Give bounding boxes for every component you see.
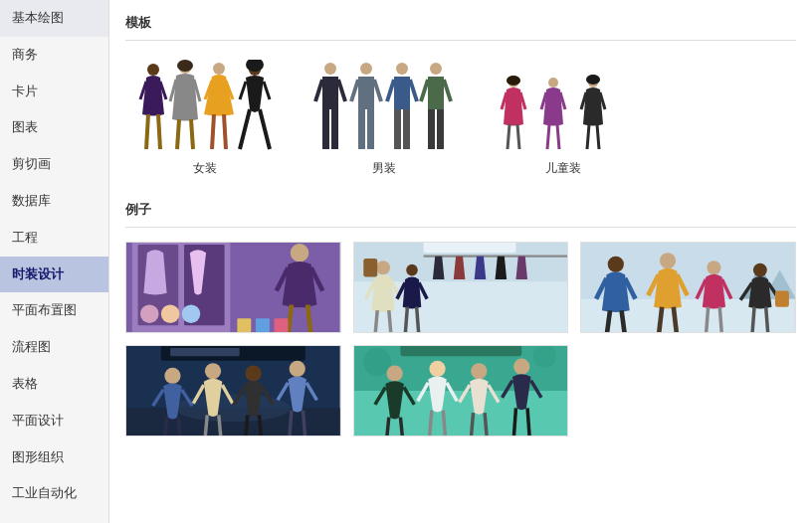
svg-line-163 xyxy=(527,408,529,436)
svg-rect-22 xyxy=(331,109,338,149)
svg-rect-112 xyxy=(775,290,789,306)
sidebar-item-table[interactable]: 表格 xyxy=(0,366,108,403)
example-1[interactable] xyxy=(125,242,341,333)
svg-point-149 xyxy=(429,361,445,377)
svg-line-24 xyxy=(338,80,345,101)
sidebar-item-fashion[interactable]: 时装设计 xyxy=(0,257,108,293)
svg-point-30 xyxy=(396,63,408,75)
examples-grid xyxy=(125,242,796,436)
template-men[interactable]: 男装 xyxy=(304,55,464,177)
svg-line-15 xyxy=(224,114,226,149)
svg-line-122 xyxy=(178,418,180,436)
sidebar-item-industrial[interactable]: 工业自动化 xyxy=(0,475,108,512)
sidebar-item-database[interactable]: 数据库 xyxy=(0,183,108,220)
main-content: 模板 xyxy=(109,0,812,523)
svg-line-136 xyxy=(290,411,292,436)
svg-rect-70 xyxy=(256,318,270,332)
svg-line-127 xyxy=(219,415,221,436)
svg-line-19 xyxy=(264,82,270,99)
sidebar-item-business[interactable]: 商务 xyxy=(0,37,108,74)
svg-line-79 xyxy=(388,310,390,332)
svg-line-38 xyxy=(421,80,428,101)
svg-rect-85 xyxy=(363,259,377,277)
svg-line-33 xyxy=(387,80,394,101)
example-5[interactable] xyxy=(353,345,569,436)
sidebar-item-floorplan[interactable]: 平面布置图 xyxy=(0,292,108,329)
svg-line-132 xyxy=(259,415,261,436)
template-women[interactable]: 女装 xyxy=(125,55,285,177)
svg-point-92 xyxy=(608,257,624,272)
svg-rect-27 xyxy=(367,109,374,149)
sidebar-item-flatdesign[interactable]: 平面设计 xyxy=(0,403,108,439)
svg-line-29 xyxy=(374,80,381,101)
example-4[interactable] xyxy=(125,345,341,436)
svg-rect-21 xyxy=(322,109,329,149)
example-3[interactable] xyxy=(580,242,796,333)
sidebar: 基本绘图 商务 卡片 图表 剪切画 数据库 工程 时装设计 平面布置图 流程图 … xyxy=(0,0,109,523)
svg-line-14 xyxy=(212,114,214,149)
svg-rect-71 xyxy=(275,318,289,332)
svg-line-148 xyxy=(400,418,402,436)
template-children-label: 儿童装 xyxy=(545,160,581,177)
sidebar-item-infographic[interactable]: 信息图 xyxy=(0,512,108,523)
svg-rect-37 xyxy=(437,109,444,149)
svg-line-147 xyxy=(386,418,388,436)
svg-point-17 xyxy=(246,60,264,72)
svg-rect-36 xyxy=(428,109,435,149)
example-2[interactable] xyxy=(353,242,569,333)
svg-point-102 xyxy=(708,261,721,274)
svg-rect-86 xyxy=(423,243,515,253)
svg-line-162 xyxy=(513,408,515,436)
svg-point-41 xyxy=(507,76,520,86)
svg-line-152 xyxy=(429,411,431,436)
svg-line-126 xyxy=(205,415,207,436)
svg-line-34 xyxy=(410,80,417,101)
svg-point-107 xyxy=(753,263,767,277)
svg-point-0 xyxy=(147,64,159,76)
svg-point-159 xyxy=(513,359,529,375)
svg-line-110 xyxy=(752,307,754,332)
sidebar-item-chart[interactable]: 图表 xyxy=(0,109,108,146)
svg-line-111 xyxy=(766,307,768,332)
svg-line-131 xyxy=(246,415,248,436)
template-women-image xyxy=(125,55,285,154)
svg-point-62 xyxy=(161,304,180,323)
svg-line-55 xyxy=(587,124,589,149)
template-children[interactable]: 儿童装 xyxy=(484,55,643,177)
svg-point-35 xyxy=(430,63,442,75)
svg-point-133 xyxy=(290,361,305,377)
svg-rect-31 xyxy=(394,109,401,149)
sidebar-item-clipart[interactable]: 剪切画 xyxy=(0,146,108,183)
svg-line-44 xyxy=(508,124,509,149)
svg-rect-69 xyxy=(237,318,251,332)
svg-point-154 xyxy=(471,363,487,379)
svg-line-18 xyxy=(240,82,246,99)
template-children-image xyxy=(484,55,643,154)
svg-rect-32 xyxy=(403,109,410,149)
svg-line-49 xyxy=(547,124,549,149)
sidebar-item-card[interactable]: 卡片 xyxy=(0,74,108,110)
svg-line-78 xyxy=(375,310,377,332)
svg-line-153 xyxy=(443,411,445,436)
svg-point-80 xyxy=(406,264,418,276)
svg-point-144 xyxy=(386,365,402,381)
svg-point-123 xyxy=(205,363,221,379)
sidebar-item-shapes[interactable]: 图形组织 xyxy=(0,439,108,476)
svg-line-10 xyxy=(191,119,193,149)
svg-line-45 xyxy=(517,124,519,149)
sidebar-item-basic[interactable]: 基本绘图 xyxy=(0,0,108,37)
svg-line-137 xyxy=(304,411,305,436)
svg-line-28 xyxy=(351,80,358,101)
svg-line-23 xyxy=(315,80,322,101)
svg-point-75 xyxy=(376,261,390,274)
svg-point-61 xyxy=(140,304,159,323)
sidebar-item-engineering[interactable]: 工程 xyxy=(0,220,108,257)
sidebar-item-flowchart[interactable]: 流程图 xyxy=(0,329,108,366)
svg-line-3 xyxy=(146,114,148,149)
template-men-label: 男装 xyxy=(372,160,396,177)
svg-point-118 xyxy=(164,368,180,384)
svg-rect-117 xyxy=(170,348,240,356)
svg-rect-143 xyxy=(400,346,521,356)
svg-point-52 xyxy=(586,75,600,85)
svg-line-56 xyxy=(597,124,599,149)
